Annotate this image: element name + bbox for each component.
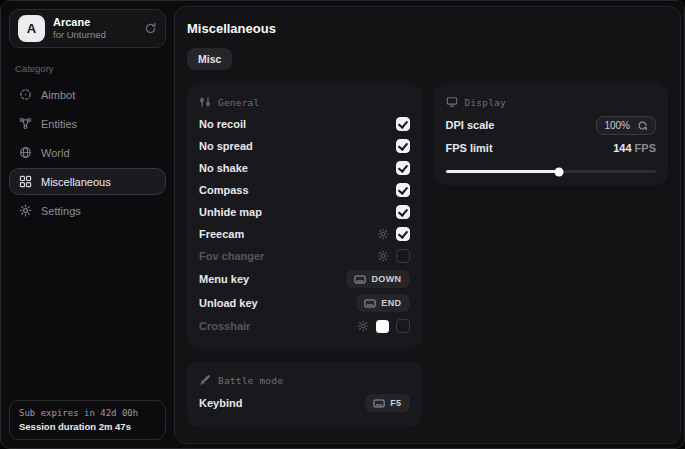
fov-changer-checkbox[interactable] xyxy=(396,249,410,263)
app-title: Arcane xyxy=(53,16,106,30)
category-nav: Aimbot Entities World xyxy=(9,81,166,224)
session-duration-text: Session duration 2m 47s xyxy=(19,421,156,432)
display-card-header: Display xyxy=(446,96,657,108)
sidebar: A Arcane for Unturned Category Aimbot xyxy=(1,1,174,448)
grid-icon xyxy=(19,175,32,188)
crosshair-color-swatch[interactable] xyxy=(376,320,389,333)
crosshair-checkbox[interactable] xyxy=(396,319,410,333)
sub-expiry-text: Sub expires in 42d 00h xyxy=(19,408,156,418)
right-column: Display DPI scale 100% xyxy=(434,83,669,185)
reset-icon[interactable] xyxy=(637,120,648,131)
tab-misc[interactable]: Misc xyxy=(187,48,232,70)
fov-settings-gear-icon[interactable] xyxy=(377,250,389,262)
general-card: General No recoil No spread No shake xyxy=(187,83,422,349)
setting-row-crosshair: Crosshair xyxy=(199,315,410,337)
target-icon xyxy=(19,88,32,101)
compass-checkbox[interactable] xyxy=(396,183,410,197)
main-panel: Miscellaneous Misc General No reco xyxy=(174,6,681,444)
fps-number: 144 xyxy=(613,142,631,154)
sidebar-item-world[interactable]: World xyxy=(9,139,166,166)
setting-row-compass: Compass xyxy=(199,179,410,201)
menu-key-keybind-button[interactable]: DOWN xyxy=(346,270,409,288)
crosshair-settings-gear-icon[interactable] xyxy=(357,320,369,332)
no-spread-checkbox[interactable] xyxy=(396,139,410,153)
setting-row-no-spread: No spread xyxy=(199,135,410,157)
app-subtitle: for Unturned xyxy=(53,29,106,41)
fps-limit-slider[interactable] xyxy=(446,170,657,173)
keybind-value: DOWN xyxy=(371,274,401,284)
subscription-status-card: Sub expires in 42d 00h Session duration … xyxy=(9,400,166,440)
setting-row-dpi-scale: DPI scale 100% xyxy=(446,113,657,137)
battle-mode-keybind-button[interactable]: F5 xyxy=(365,394,409,412)
setting-label: Unload key xyxy=(199,297,258,309)
sword-icon xyxy=(199,374,211,386)
battle-mode-card: Battle mode Keybind F5 xyxy=(187,361,422,427)
sidebar-item-label: World xyxy=(41,147,70,159)
app-header-card: A Arcane for Unturned xyxy=(9,9,166,48)
sync-icon[interactable] xyxy=(144,22,157,35)
setting-label: Fov changer xyxy=(199,250,264,262)
general-card-title: General xyxy=(218,97,259,108)
keybind-value: F5 xyxy=(390,398,401,408)
monitor-icon xyxy=(446,96,458,108)
keyboard-icon xyxy=(373,399,385,408)
fps-limit-value: 144 FPS xyxy=(613,142,656,154)
keyboard-icon xyxy=(354,275,366,284)
unhide-map-checkbox[interactable] xyxy=(396,205,410,219)
setting-row-battle-keybind: Keybind F5 xyxy=(199,391,410,415)
globe-icon xyxy=(19,146,32,159)
no-recoil-checkbox[interactable] xyxy=(396,117,410,131)
left-column: General No recoil No spread No shake xyxy=(187,83,422,427)
unload-key-keybind-button[interactable]: END xyxy=(356,294,409,312)
avatar: A xyxy=(18,15,45,42)
setting-label: DPI scale xyxy=(446,119,495,131)
setting-label: Unhide map xyxy=(199,206,262,218)
display-card-title: Display xyxy=(465,97,506,108)
battle-mode-card-header: Battle mode xyxy=(199,374,410,386)
setting-row-fps-limit: FPS limit 144 FPS xyxy=(446,137,657,159)
setting-label: No recoil xyxy=(199,118,246,130)
freecam-checkbox[interactable] xyxy=(396,227,410,241)
setting-label: Menu key xyxy=(199,273,249,285)
sidebar-item-settings[interactable]: Settings xyxy=(9,197,166,224)
setting-row-unload-key: Unload key END xyxy=(199,291,410,315)
keyboard-icon xyxy=(364,299,376,308)
gear-icon xyxy=(19,204,32,217)
battle-mode-card-title: Battle mode xyxy=(218,375,283,386)
app-meta: Arcane for Unturned xyxy=(53,16,106,42)
setting-label: Freecam xyxy=(199,228,244,240)
slider-thumb[interactable] xyxy=(555,167,564,176)
no-shake-checkbox[interactable] xyxy=(396,161,410,175)
display-card: Display DPI scale 100% xyxy=(434,83,669,185)
sidebar-item-aimbot[interactable]: Aimbot xyxy=(9,81,166,108)
general-card-header: General xyxy=(199,96,410,108)
keybind-value: END xyxy=(381,298,401,308)
setting-label: No shake xyxy=(199,162,248,174)
setting-label: Compass xyxy=(199,184,249,196)
setting-label: Crosshair xyxy=(199,320,250,332)
setting-row-unhide-map: Unhide map xyxy=(199,201,410,223)
content-columns: General No recoil No spread No shake xyxy=(187,83,668,427)
freecam-settings-gear-icon[interactable] xyxy=(377,228,389,240)
setting-row-freecam: Freecam xyxy=(199,223,410,245)
sidebar-item-entities[interactable]: Entities xyxy=(9,110,166,137)
setting-row-no-shake: No shake xyxy=(199,157,410,179)
dpi-scale-value: 100% xyxy=(604,120,630,131)
app-window: A Arcane for Unturned Category Aimbot xyxy=(0,0,685,449)
sidebar-item-label: Aimbot xyxy=(41,89,75,101)
sidebar-item-miscellaneous[interactable]: Miscellaneous xyxy=(9,168,166,195)
page-title: Miscellaneous xyxy=(187,21,668,36)
setting-label: Keybind xyxy=(199,397,242,409)
setting-label: No spread xyxy=(199,140,253,152)
entities-icon xyxy=(19,117,32,130)
slider-fill xyxy=(446,170,560,173)
sidebar-item-label: Settings xyxy=(41,205,81,217)
sidebar-item-label: Entities xyxy=(41,118,77,130)
fps-unit: FPS xyxy=(635,142,656,154)
sidebar-item-label: Miscellaneous xyxy=(41,176,111,188)
sliders-icon xyxy=(199,96,211,108)
dpi-scale-select[interactable]: 100% xyxy=(596,116,656,135)
setting-label: FPS limit xyxy=(446,142,493,154)
category-label: Category xyxy=(15,63,160,74)
setting-row-fov-changer: Fov changer xyxy=(199,245,410,267)
